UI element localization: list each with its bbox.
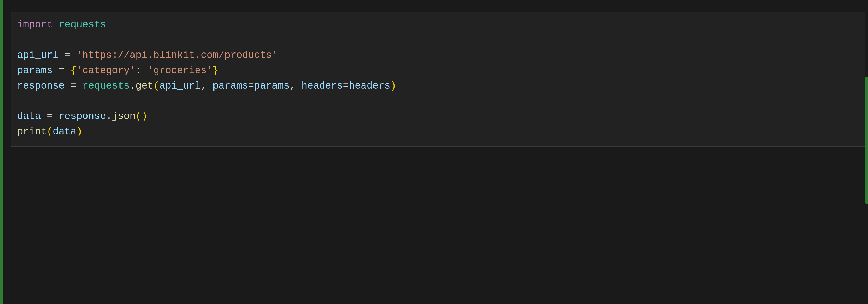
code-editor[interactable]: import requests api_url = 'https://api.b… xyxy=(0,0,868,304)
dict-key: 'category' xyxy=(76,65,135,76)
kwarg-val-headers: headers xyxy=(349,80,391,91)
operator-eq: = xyxy=(343,80,349,91)
fn-get: get xyxy=(135,80,153,91)
module-name: requests xyxy=(59,19,106,30)
operator-eq: = xyxy=(64,80,82,91)
kwarg-params: params xyxy=(213,80,248,91)
brace-open: { xyxy=(70,65,76,76)
paren-open: ( xyxy=(135,111,142,122)
var-data: data xyxy=(17,111,41,122)
paren-close: ) xyxy=(76,126,82,137)
var-params: params xyxy=(17,65,53,76)
operator-eq: = xyxy=(59,50,76,61)
var-api-url: api_url xyxy=(17,50,59,61)
arg-api-url: api_url xyxy=(159,80,201,91)
paren-close: ) xyxy=(142,111,148,122)
object-requests: requests xyxy=(82,80,130,91)
brace-close: } xyxy=(213,65,219,76)
paren-close: ) xyxy=(391,80,396,91)
diff-gutter-right xyxy=(865,77,868,204)
fn-json: json xyxy=(112,111,135,122)
object-response: response xyxy=(59,111,106,122)
comma: , xyxy=(289,80,302,91)
dot: . xyxy=(130,80,135,91)
code-line-3: api_url = 'https://api.blinkit.com/produ… xyxy=(17,50,278,61)
code-line-1: import requests xyxy=(17,19,106,30)
code-line-8: print(data) xyxy=(17,126,82,137)
operator-eq: = xyxy=(53,65,70,76)
code-line-5: response = requests.get(api_url, params=… xyxy=(17,80,396,91)
operator-eq: = xyxy=(41,111,58,122)
code-line-4: params = {'category': 'groceries'} xyxy=(17,65,218,76)
colon: : xyxy=(135,65,148,76)
var-response: response xyxy=(17,80,64,91)
dot: . xyxy=(106,111,112,122)
dict-value: 'groceries' xyxy=(148,65,213,76)
code-line-7: data = response.json() xyxy=(17,111,148,122)
operator-eq: = xyxy=(248,80,254,91)
string-url: 'https://api.blinkit.com/products' xyxy=(76,50,278,61)
paren-open: ( xyxy=(47,126,53,137)
kwarg-val-params: params xyxy=(254,80,289,91)
fn-print: print xyxy=(17,126,47,137)
code-content[interactable]: import requests api_url = 'https://api.b… xyxy=(11,12,865,147)
comma: , xyxy=(201,80,213,91)
keyword-import: import xyxy=(17,19,53,30)
kwarg-headers: headers xyxy=(302,80,343,91)
arg-data: data xyxy=(53,126,76,137)
paren-open: ( xyxy=(154,80,159,91)
